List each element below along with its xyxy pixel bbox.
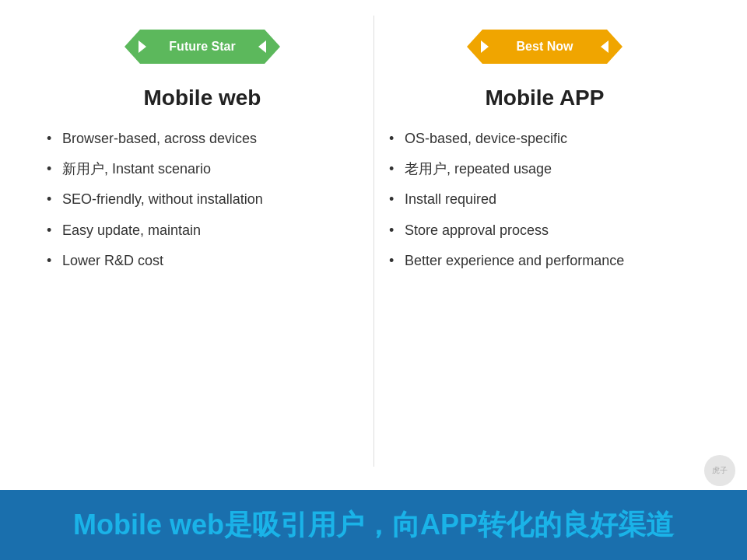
list-item: Store approval process xyxy=(389,221,700,240)
list-item: Browser-based, across devices xyxy=(47,129,358,149)
list-item: OS-based, device-specific xyxy=(389,129,700,149)
list-item: 新用户, Instant scenario xyxy=(47,159,358,179)
ribbon-main-green: Future Star xyxy=(140,30,265,64)
list-item: 老用户, repeated usage xyxy=(389,159,700,179)
mobile-app-title: Mobile APP xyxy=(486,86,605,110)
column-divider xyxy=(374,16,374,467)
ribbon-notch-right-orange xyxy=(601,40,608,53)
list-item: Better experience and performance xyxy=(389,251,700,271)
best-now-ribbon-container: Best Now xyxy=(459,23,630,70)
right-column: Best Now Mobile APP OS-based, device-spe… xyxy=(374,16,716,482)
mobile-web-title: Mobile web xyxy=(144,86,261,110)
watermark: 虎子 xyxy=(704,455,735,486)
future-star-ribbon: Future Star xyxy=(124,30,280,64)
mobile-app-bullet-list: OS-based, device-specific 老用户, repeated … xyxy=(389,129,700,282)
bottom-bar-text: Mobile web是吸引用户，向APP转化的良好渠道 xyxy=(73,506,674,544)
list-item: SEO-friendly, without installation xyxy=(47,190,358,209)
best-now-ribbon: Best Now xyxy=(467,30,622,64)
list-item: Install required xyxy=(389,190,700,209)
ribbon-notch-right-green xyxy=(258,40,266,53)
list-item: Lower R&D cost xyxy=(47,251,358,271)
best-now-label: Best Now xyxy=(517,40,573,54)
mobile-web-bullet-list: Browser-based, across devices 新用户, Insta… xyxy=(47,129,358,282)
ribbon-main-orange: Best Now xyxy=(482,30,607,64)
ribbon-notch-left-green xyxy=(139,40,146,53)
watermark-circle: 虎子 xyxy=(704,455,735,486)
future-star-ribbon-container: Future Star xyxy=(117,23,288,70)
bottom-bar: Mobile web是吸引用户，向APP转化的良好渠道 xyxy=(0,490,747,560)
left-column: Future Star Mobile web Browser-based, ac… xyxy=(31,16,374,482)
list-item: Easy update, maintain xyxy=(47,221,358,240)
future-star-label: Future Star xyxy=(169,40,235,54)
ribbon-notch-left-orange xyxy=(481,40,489,53)
